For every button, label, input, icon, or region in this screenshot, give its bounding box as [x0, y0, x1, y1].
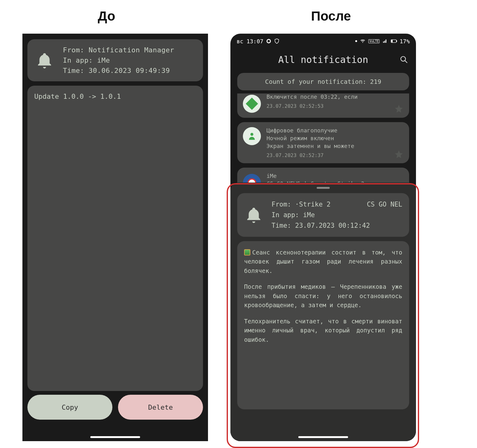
notification-meta: From: Notification Manager In app: iMe T… [63, 46, 174, 74]
heading-before: До [98, 9, 115, 24]
picture-icon [244, 249, 250, 255]
status-time: 13:07 [247, 38, 263, 45]
battery-icon [391, 39, 397, 44]
item-line: Ночной режим включен [267, 135, 404, 141]
home-indicator[interactable] [298, 436, 348, 438]
notification-body-text: Update 1.0.0 -> 1.0.1 [34, 93, 196, 100]
meta-inapp: In app: iMe [63, 56, 174, 64]
notification-detail-sheet: From: ·Strike 2 CS GO NEL In app: iMe Ti… [230, 183, 416, 441]
star-icon[interactable] [394, 150, 404, 159]
svg-point-5 [250, 133, 253, 136]
notification-header-card: From: Notification Manager In app: iMe T… [27, 39, 203, 81]
app-title-bar: All notification [230, 49, 416, 70]
star-icon[interactable] [394, 104, 404, 113]
bell-icon [244, 205, 263, 225]
sheet-body-p1: Сеанс ксенонотерапии состоит в том, что … [244, 249, 402, 274]
wifi-icon [360, 39, 366, 44]
signal-icon [382, 39, 388, 44]
sheet-from-right: CS GO NEL [367, 201, 402, 208]
status-battery-percent: 17% [399, 38, 410, 45]
copy-button[interactable]: Copy [27, 395, 112, 420]
item-line: Цифровое благополучие [267, 127, 404, 134]
delete-button[interactable]: Delete [118, 395, 203, 420]
heading-after: После [311, 9, 351, 24]
svg-rect-2 [392, 40, 393, 42]
sheet-from-left: From: ·Strike 2 [272, 201, 331, 208]
sheet-header-card: From: ·Strike 2 CS GO NEL In app: iMe Ti… [237, 193, 409, 237]
meta-time: Time: 30.06.2023 09:49:39 [63, 67, 174, 74]
sheet-time: Time: 23.07.2023 00:12:42 [272, 222, 402, 229]
home-indicator[interactable] [90, 436, 140, 438]
sheet-inapp: In app: iMe [272, 211, 402, 219]
item-timestamp: 23.07.2023 02:52:53 [267, 103, 404, 109]
page-title: All notification [278, 54, 368, 65]
item-line: Экран затемнен и вы можете [267, 143, 404, 149]
notification-list-item[interactable]: Цифровое благополучие Ночной режим включ… [237, 122, 409, 163]
notification-list-item[interactable]: Включится после 03:22, если 23.07.2023 0… [237, 93, 409, 118]
sheet-body[interactable]: Сеанс ксенонотерапии состоит в том, что … [237, 241, 409, 409]
svg-rect-1 [397, 41, 397, 42]
app-avatar [243, 95, 261, 113]
status-dot-icon [355, 40, 357, 42]
notification-body-panel: Update 1.0.0 -> 1.0.1 [27, 86, 203, 391]
status-bar: вс 13:07 VoLTE 17% [230, 34, 416, 49]
sheet-grabber[interactable] [317, 187, 330, 189]
phone-screenshot-before: From: Notification Manager In app: iMe T… [22, 34, 208, 441]
search-icon[interactable] [400, 55, 408, 64]
phone-screenshot-after: вс 13:07 VoLTE 17% All notification Coun… [230, 34, 416, 441]
bell-icon [35, 51, 54, 70]
sheet-body-p2: После прибытия медиков — Черепенникова у… [244, 282, 402, 310]
vpn-shield-icon [274, 38, 280, 44]
svg-line-4 [405, 60, 407, 63]
app-avatar [243, 127, 261, 145]
notification-count-bar: Count of your notification: 219 [237, 73, 409, 90]
svg-point-3 [401, 56, 405, 61]
meta-from: From: Notification Manager [63, 46, 174, 54]
item-timestamp: 23.07.2023 02:52:37 [267, 152, 404, 158]
status-recording-icon [267, 39, 271, 43]
item-line: Включится после 03:22, если [267, 93, 404, 100]
volte-icon: VoLTE [368, 39, 380, 43]
status-day: вс [237, 38, 243, 45]
item-line: iMe [267, 173, 404, 179]
sheet-body-p3: Телохранитель считает, что в смерти вино… [244, 317, 402, 344]
